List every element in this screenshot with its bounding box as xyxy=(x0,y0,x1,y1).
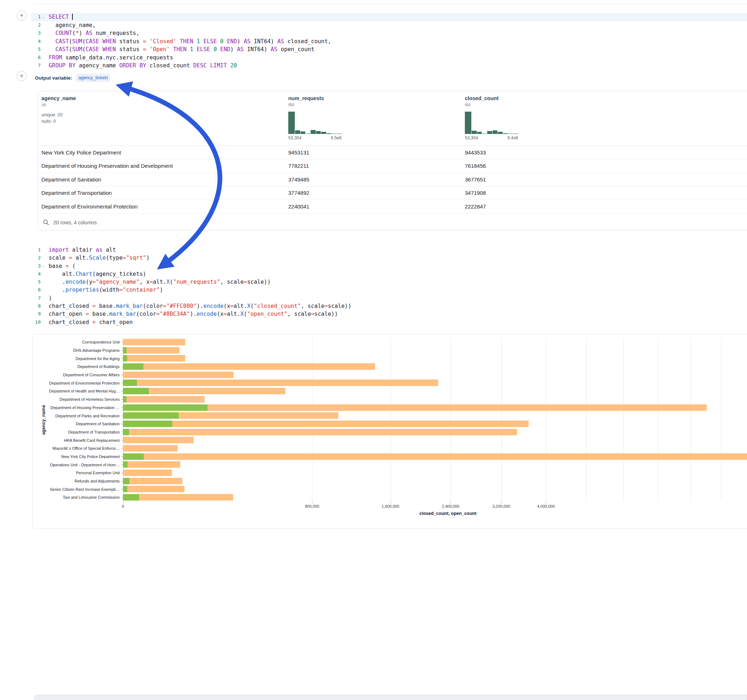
code-line[interactable]: 6FROM sample_data.nyc.service_requests xyxy=(31,54,747,62)
code-text: SELECT xyxy=(46,13,73,21)
category-label: Department of Housing Preservation … xyxy=(50,406,119,410)
line-number: 9 xyxy=(31,310,46,318)
cell-value: 9443533 xyxy=(461,146,747,159)
y-axis-label-row: Correspondence Unit xyxy=(33,338,123,346)
code-text: ) xyxy=(46,294,52,302)
output-variable-chip[interactable]: agency_tickets xyxy=(76,74,110,82)
bar-closed_count xyxy=(123,494,233,501)
table-row: New York City Police Department945313194… xyxy=(38,146,747,159)
code-text: agency_name, xyxy=(46,21,96,30)
bar-open_count xyxy=(123,461,127,468)
y-axis-label-row: Department of Homeless Services xyxy=(33,395,123,404)
histogram-range: 53,304 9.4e6 xyxy=(465,136,518,140)
line-number: 1⌄ xyxy=(31,13,46,21)
chart-row xyxy=(123,444,747,453)
bar-open_count xyxy=(123,388,149,394)
histogram-bar xyxy=(487,131,492,134)
code-line[interactable]: 8chart_closed = base.mark_bar(color="#FF… xyxy=(31,302,747,310)
chart-row xyxy=(123,346,747,355)
chart-row xyxy=(123,493,747,502)
code-line[interactable]: 3 COUNT(*) AS num_requests, xyxy=(31,29,747,38)
sql-cell[interactable]: 1⌄SELECT 2 agency_name,3 COUNT(*) AS num… xyxy=(31,13,747,70)
code-line[interactable]: 10chart_closed + chart_open xyxy=(31,318,747,326)
code-text: FROM sample_data.nyc.service_requests xyxy=(46,54,173,62)
code-line[interactable]: 3⌄base = ( xyxy=(31,262,747,270)
bar-open_count xyxy=(123,421,172,427)
column-header-agency-name[interactable]: agency_name str unique: 20 nulls: 0 xyxy=(38,95,285,145)
code-line[interactable]: 5 .encode(y="agency_name", x=alt.X("num_… xyxy=(31,278,747,286)
code-line[interactable]: 7GROUP BY agency_name ORDER BY closed_co… xyxy=(31,62,747,70)
histogram-bar xyxy=(508,134,513,134)
code-line[interactable]: 4 CAST(SUM(CASE WHEN status = 'Closed' T… xyxy=(31,38,747,46)
histogram-bar xyxy=(497,132,502,134)
cell-agency-name: Department of Housing Preservation and D… xyxy=(38,159,285,173)
add-cell-button-middle[interactable]: + xyxy=(17,71,27,81)
histogram-bar xyxy=(316,131,321,134)
sql-editor[interactable]: 1⌄SELECT 2 agency_name,3 COUNT(*) AS num… xyxy=(31,13,747,70)
histogram-bar xyxy=(503,133,508,134)
code-text: CAST(SUM(CASE WHEN status = 'Closed' THE… xyxy=(46,38,331,46)
chart-row xyxy=(123,420,747,428)
x-tick-label: 2,400,000 xyxy=(442,504,460,508)
histogram-min: 53,304 xyxy=(288,136,302,140)
code-line[interactable]: 2 agency_name, xyxy=(31,21,747,30)
fold-chevron-icon[interactable]: ⌄ xyxy=(41,13,46,21)
code-text: base = ( xyxy=(46,262,76,270)
chart-row xyxy=(123,485,747,493)
category-label: Department of Consumer Affairs xyxy=(63,373,119,377)
line-number: 2 xyxy=(31,254,46,262)
category-label: Personal Exemption Unit xyxy=(76,471,119,475)
python-editor[interactable]: 1import altair as alt2scale = alt.Scale(… xyxy=(31,246,747,326)
histogram-bar xyxy=(321,132,326,134)
cell-agency-name: Department of Sanitation xyxy=(38,173,285,187)
bar-open_count xyxy=(123,486,127,492)
code-line[interactable]: 5 CAST(SUM(CASE WHEN status = 'Open' THE… xyxy=(31,45,747,54)
code-text: chart_open = base.mark_bar(color="#8BC34… xyxy=(46,310,338,318)
line-number: 5 xyxy=(31,278,46,286)
column-header-closed-count[interactable]: closed_count i64 53,304 9.4e6 xyxy=(461,95,742,145)
search-icon[interactable] xyxy=(43,219,49,225)
bar-closed_count xyxy=(123,339,185,345)
category-label: Department of Environmental Protection xyxy=(49,381,119,385)
chart-row xyxy=(123,363,747,371)
x-axis-title: closed_count, open_count xyxy=(123,511,747,516)
category-label: DHS Advantage Programs xyxy=(73,348,119,353)
fold-chevron-icon[interactable]: ⌄ xyxy=(41,262,46,270)
y-axis-label-row: Department of Housing Preservation … xyxy=(33,404,123,412)
line-number: 2 xyxy=(31,21,46,30)
code-line[interactable]: 4 alt.Chart(agency_tickets) xyxy=(31,270,747,278)
code-line[interactable]: 1⌄SELECT xyxy=(31,13,747,21)
add-cell-button-top[interactable]: + xyxy=(17,11,27,21)
code-text: alt.Chart(agency_tickets) xyxy=(46,270,146,278)
chart-row xyxy=(123,404,747,412)
code-line[interactable]: 6 .properties(width="container") xyxy=(31,286,747,294)
category-label: Operations Unit - Department of Hom… xyxy=(50,463,119,467)
code-line[interactable]: 2scale = alt.Scale(type="sqrt") xyxy=(31,254,747,262)
histogram-bar xyxy=(514,134,518,134)
histogram-bar xyxy=(305,134,310,134)
bar-closed_count xyxy=(123,453,747,460)
text-cursor xyxy=(72,14,73,20)
output-variable-row: Output variable: agency_tickets xyxy=(35,74,110,82)
chart-row xyxy=(123,338,747,346)
code-line[interactable]: 7) xyxy=(31,294,747,302)
x-tick-label: 0 xyxy=(122,504,124,508)
code-line[interactable]: 9chart_open = base.mark_bar(color="#8BC3… xyxy=(31,310,747,318)
code-text: chart_closed + chart_open xyxy=(46,318,133,326)
x-tick-mark xyxy=(312,502,312,503)
category-label: Correspondence Unit xyxy=(82,340,119,344)
column-name: num_requests xyxy=(288,95,461,101)
chart-row xyxy=(123,379,747,387)
column-header-num-requests[interactable]: num_requests i64 53,304 9.5e6 xyxy=(285,95,461,145)
bar-closed_count xyxy=(123,404,707,411)
code-text: GROUP BY agency_name ORDER BY closed_cou… xyxy=(46,62,237,70)
y-axis-label-row: HRA Benefit Card Replacement xyxy=(33,436,123,444)
chart-row xyxy=(123,387,747,395)
code-line[interactable]: 1import altair as alt xyxy=(31,246,747,254)
chart-row xyxy=(123,395,747,404)
python-cell[interactable]: 1import altair as alt2scale = alt.Scale(… xyxy=(31,246,747,326)
chart-row xyxy=(123,428,747,436)
cell-agency-name: Department of Transportation xyxy=(38,186,285,200)
bar-closed_count xyxy=(123,486,184,492)
x-axis: 0800,0001,600,0002,400,0003,200,0004,000… xyxy=(123,502,747,511)
